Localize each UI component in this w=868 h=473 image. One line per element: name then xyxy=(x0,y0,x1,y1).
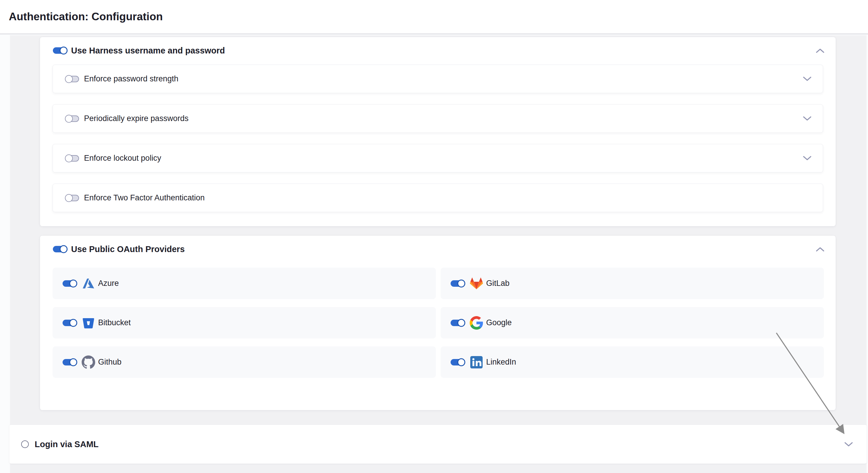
provider-label: Azure xyxy=(98,279,119,288)
gitlab-icon xyxy=(469,277,484,290)
policy-row-enforce-password-strength[interactable]: Enforce password strength xyxy=(53,65,823,93)
bitbucket-toggle[interactable] xyxy=(63,320,76,326)
gitlab-toggle[interactable] xyxy=(451,280,464,287)
azure-toggle[interactable] xyxy=(63,280,76,287)
bitbucket-icon xyxy=(81,316,95,330)
expand-row-button[interactable] xyxy=(802,155,812,162)
chevron-up-icon xyxy=(816,247,825,252)
provider-label: GitLab xyxy=(486,279,509,288)
page-title: Authentication: Configuration xyxy=(9,10,163,23)
toggle-knob xyxy=(65,194,73,202)
expand-row-button[interactable] xyxy=(802,115,812,123)
toggle-knob xyxy=(69,358,77,366)
policy-row-enforce-lockout-policy[interactable]: Enforce lockout policy xyxy=(53,144,823,172)
policy-row-label: Enforce password strength xyxy=(84,74,178,84)
policy-row-label: Enforce lockout policy xyxy=(84,154,161,163)
harness-auth-card-header: Use Harness username and password xyxy=(40,37,836,56)
chevron-up-icon xyxy=(816,48,825,53)
toggle-knob xyxy=(65,154,73,162)
toggle-knob xyxy=(65,115,73,123)
policy-row-periodically-expire-passwords[interactable]: Periodically expire passwords xyxy=(53,104,823,133)
toggle-knob xyxy=(60,245,68,253)
saml-card[interactable]: Login via SAML xyxy=(9,425,867,464)
provider-label: LinkedIn xyxy=(486,357,516,367)
expand-row-button[interactable] xyxy=(802,75,812,83)
page-header: Authentication: Configuration xyxy=(0,0,868,34)
github-toggle[interactable] xyxy=(63,359,76,366)
linkedin-icon xyxy=(469,355,484,369)
oauth-providers-card: Use Public OAuth Providers Azure GitLab … xyxy=(40,235,836,410)
toggle-knob xyxy=(65,75,73,83)
saml-radio[interactable] xyxy=(21,440,29,448)
enforce-two-factor-authentication-toggle[interactable] xyxy=(65,195,79,201)
toggle-knob xyxy=(69,279,77,287)
toggle-knob xyxy=(69,319,77,327)
harness-auth-label: Use Harness username and password xyxy=(71,46,225,56)
chevron-down-icon xyxy=(803,116,812,121)
password-policy-list: Enforce password strength Periodically e… xyxy=(53,65,823,212)
provider-row-gitlab: GitLab xyxy=(441,267,824,299)
content-area: Use Harness username and password Enforc… xyxy=(0,35,868,473)
provider-row-azure: Azure xyxy=(53,267,436,299)
authentication-configuration-page: Authentication: Configuration Use Harnes… xyxy=(0,0,868,473)
provider-row-google: Google xyxy=(441,307,824,339)
policy-row-label: Enforce Two Factor Authentication xyxy=(84,193,205,202)
oauth-providers-label: Use Public OAuth Providers xyxy=(71,245,185,254)
expand-saml-button[interactable] xyxy=(844,440,854,448)
saml-label: Login via SAML xyxy=(35,440,99,449)
toggle-knob xyxy=(457,358,465,366)
provider-row-github: Github xyxy=(53,346,436,378)
azure-icon xyxy=(81,277,95,290)
policy-row-enforce-two-factor-authentication[interactable]: Enforce Two Factor Authentication xyxy=(53,184,823,212)
enforce-password-strength-toggle[interactable] xyxy=(65,76,79,82)
provider-label: Bitbucket xyxy=(98,318,131,327)
chevron-down-icon xyxy=(803,156,812,161)
provider-row-linkedin: LinkedIn xyxy=(441,346,824,378)
toggle-knob xyxy=(457,279,465,287)
harness-auth-card: Use Harness username and password Enforc… xyxy=(40,37,836,226)
chevron-down-icon xyxy=(803,76,812,82)
github-icon xyxy=(81,355,95,369)
oauth-card-header: Use Public OAuth Providers xyxy=(40,235,836,254)
toggle-knob xyxy=(60,47,68,55)
harness-username-password-toggle[interactable] xyxy=(53,47,66,54)
public-oauth-providers-toggle[interactable] xyxy=(53,246,66,252)
chevron-down-icon xyxy=(844,442,853,447)
periodically-expire-passwords-toggle[interactable] xyxy=(65,116,79,122)
toggle-knob xyxy=(457,319,465,327)
google-toggle[interactable] xyxy=(451,320,464,326)
oauth-provider-grid: Azure GitLab Bitbucket Google Github Lin… xyxy=(53,267,824,378)
enforce-lockout-policy-toggle[interactable] xyxy=(65,155,79,162)
linkedin-toggle[interactable] xyxy=(451,359,464,366)
google-icon xyxy=(469,316,484,330)
collapse-section-button[interactable] xyxy=(815,245,825,253)
collapse-section-button[interactable] xyxy=(815,47,825,54)
provider-label: Github xyxy=(98,357,122,367)
provider-row-bitbucket: Bitbucket xyxy=(53,307,436,339)
provider-label: Google xyxy=(486,318,512,327)
policy-row-label: Periodically expire passwords xyxy=(84,114,189,123)
